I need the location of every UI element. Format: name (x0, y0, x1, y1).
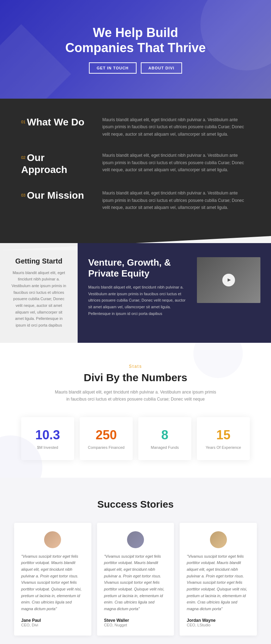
getting-started-text: Mauris blandit aliquet elit, eget tincid… (11, 270, 67, 329)
testimonial-card-1: "Vivamus suscipit tortor eget felis port… (14, 523, 91, 636)
service-num-1: 01 (21, 120, 25, 124)
venture-image (197, 257, 260, 303)
testimonial-name-3: Jordan Wayne (187, 618, 250, 623)
service-left-2: 02 Our Approach (21, 152, 92, 175)
avatar-1 (44, 531, 61, 548)
stat-label-companies: Companies Financed (87, 445, 126, 450)
testimonial-text-2: "Vivamus suscipit tortor eget felis port… (104, 553, 167, 612)
service-text-2: Mauris blandit aliquet elit, eget tincid… (102, 152, 250, 173)
service-left-1: 01 What We Do (21, 116, 92, 128)
stat-card-experience: 15 Years Of Experience (197, 417, 250, 460)
testimonial-text-3: "Vivamus suscipit tortor eget felis port… (187, 553, 250, 612)
hero-content: We Help Build Companies That Thrive GET … (65, 25, 206, 74)
getting-started-panel: Getting Startd Mauris blandit aliquet el… (0, 243, 78, 343)
testimonial-text-1: "Vivamus suscipit tortor eget felis port… (21, 553, 84, 612)
testimonial-cards: "Vivamus suscipit tortor eget felis port… (14, 523, 257, 636)
service-num-3: 03 (21, 193, 25, 197)
stat-card-companies: 250 Companies Financed (80, 417, 133, 460)
stats-cards: 10.3 $M Invested 250 Companies Financed … (14, 417, 257, 460)
services-section: 01 What We Do Mauris blandit aliquet eli… (0, 99, 271, 243)
testimonial-name-1: Jane Paul (21, 618, 84, 623)
split-section: Getting Startd Mauris blandit aliquet el… (0, 243, 271, 343)
testimonial-role-1: CEO, Divi (21, 623, 84, 627)
service-item-3: 03 Our Mission Mauris blandit aliquet el… (21, 190, 250, 211)
venture-title: Venture, Growth, & Private Equity (88, 257, 190, 279)
getting-started-title: Getting Startd (11, 257, 67, 265)
success-section: Success Stories "Vivamus suscipit tortor… (0, 478, 271, 644)
venture-panel: Venture, Growth, & Private Equity Mauris… (78, 243, 271, 343)
stats-description: Mauris blandit aliquet elit, eget tincid… (54, 389, 217, 403)
avatar-3 (210, 531, 227, 548)
service-title-1: What We Do (27, 117, 84, 128)
testimonial-role-2: CEO, Nugget (104, 623, 167, 627)
stat-number-funds: 8 (145, 428, 184, 442)
success-title: Success Stories (14, 499, 257, 510)
about-divi-button[interactable]: ABOUT DIVI (141, 62, 182, 74)
service-text-1: Mauris blandit aliquet elit, eget tincid… (102, 116, 250, 138)
venture-text: Mauris blandit aliquet elit, eget tincid… (88, 284, 190, 317)
get-in-touch-button[interactable]: GET IN TOUCH (89, 62, 137, 74)
avatar-2 (127, 531, 144, 548)
service-text-3: Mauris blandit aliquet elit, eget tincid… (102, 190, 250, 211)
stat-number-invested: 10.3 (28, 428, 67, 442)
service-item-1: 01 What We Do Mauris blandit aliquet eli… (21, 116, 250, 138)
testimonial-card-3: "Vivamus suscipit tortor eget felis port… (180, 523, 257, 636)
service-item-2: 02 Our Approach Mauris blandit aliquet e… (21, 152, 250, 175)
service-num-2: 02 (21, 155, 25, 160)
stats-section: Stats Divi By the Numbers Mauris blandit… (0, 343, 271, 478)
hero-buttons: GET IN TOUCH ABOUT DIVI (65, 62, 206, 74)
play-button[interactable] (222, 274, 235, 286)
stat-label-experience: Years Of Experience (204, 445, 243, 450)
stat-number-companies: 250 (87, 428, 126, 442)
stat-card-funds: 8 Managed Funds (138, 417, 191, 460)
stat-label-funds: Managed Funds (145, 445, 184, 450)
hero-section: We Help Build Companies That Thrive GET … (0, 0, 271, 99)
hero-title: We Help Build Companies That Thrive (65, 25, 206, 55)
testimonial-card-2: "Vivamus suscipit tortor eget felis port… (97, 523, 174, 636)
service-title-2: Our Approach (21, 152, 67, 175)
testimonial-name-2: Steve Waller (104, 618, 167, 623)
service-left-3: 03 Our Mission (21, 190, 92, 202)
testimonial-role-3: CEO, LStudio (187, 623, 250, 627)
venture-content: Venture, Growth, & Private Equity Mauris… (88, 257, 190, 317)
service-title-3: Our Mission (27, 190, 84, 201)
stat-number-experience: 15 (204, 428, 243, 442)
